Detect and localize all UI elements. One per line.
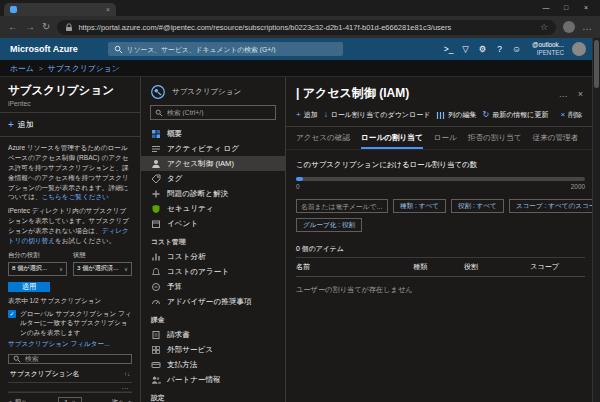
menu-item-budgets[interactable]: 予算	[141, 279, 285, 294]
column-scope[interactable]: スコープ	[530, 262, 585, 272]
group-by-chip[interactable]: グループ化 : 役割	[296, 218, 362, 232]
tab-classic-administrators[interactable]: 従来の管理者	[533, 133, 579, 149]
apply-button[interactable]: 適用	[8, 282, 50, 292]
directory-note: iPentec ディレクトリ内のサブスクリプションを表示しています。サブスクリプ…	[8, 206, 132, 246]
filter-scope-chip[interactable]: スコープ : すべてのスコープ	[509, 199, 600, 213]
tab-close-icon[interactable]: ×	[106, 6, 110, 13]
menu-item-overview[interactable]: 概要	[141, 126, 285, 141]
breadcrumb-home[interactable]: ホーム	[10, 63, 34, 74]
menu-item-events[interactable]: イベント	[141, 216, 285, 231]
cloud-shell-icon[interactable]: >_	[441, 44, 456, 54]
refresh-button[interactable]: ↻ 最新の情報に更新	[482, 110, 548, 120]
global-search-input[interactable]	[127, 46, 337, 53]
tab-role-assignments[interactable]: ロールの割り当て	[361, 133, 423, 149]
column-role[interactable]: 役割	[464, 262, 530, 272]
status-dropdown[interactable]: 3 個が選択済... ∨	[73, 262, 132, 276]
edit-columns-button[interactable]: 列の編集	[436, 110, 476, 120]
browser-profile-avatar[interactable]	[563, 21, 575, 33]
page-scrollbar[interactable]	[592, 38, 600, 402]
column-type[interactable]: 種類	[413, 262, 464, 272]
cost-alerts-icon	[151, 267, 161, 277]
filter-labels: 自分の役割 状態	[8, 251, 132, 260]
feedback-smiley-icon[interactable]: ☺	[509, 44, 524, 54]
menu-item-cost-alerts[interactable]: コストのアラート	[141, 264, 285, 279]
refresh-icon: ↻	[482, 111, 489, 119]
blade-more-options-icon[interactable]: …	[559, 89, 568, 99]
settings-gear-icon[interactable]: ⚙	[475, 44, 490, 54]
tab-favicon	[10, 6, 17, 13]
tab-deny-assignments[interactable]: 拒否の割り当て	[468, 133, 522, 149]
subscription-search[interactable]	[8, 354, 132, 364]
status-label: 状態	[73, 251, 132, 260]
favorite-star-icon[interactable]: ☆	[540, 22, 548, 32]
address-bar[interactable]: https://portal.azure.com/#@ipentec.com/r…	[57, 20, 556, 35]
menu-search[interactable]	[150, 105, 276, 120]
subscription-search-input[interactable]	[25, 355, 127, 362]
scrollbar-thumb[interactable]	[594, 40, 599, 88]
azure-brand[interactable]: Microsoft Azure	[10, 44, 78, 54]
search-icon	[13, 355, 21, 363]
menu-item-advisor-recommendations[interactable]: アドバイザーの推奨事項	[141, 294, 285, 309]
subscription-row[interactable]: …	[8, 383, 132, 392]
menu-item-security[interactable]: セキュリティ	[141, 201, 285, 216]
subscription-filter-link[interactable]: サブスクリプション フィルター...	[8, 340, 132, 349]
menu-item-diagnose-solve[interactable]: 問題の診断と解決	[141, 186, 285, 201]
refresh-icon[interactable]: ↻	[42, 22, 50, 32]
tab-check-access[interactable]: アクセスの確認	[296, 133, 350, 149]
menu-item-tags[interactable]: タグ	[141, 171, 285, 186]
breadcrumb-separator: >	[39, 65, 43, 72]
add-role-assignment-button[interactable]: + 追加	[296, 110, 318, 120]
scale-max: 2000	[571, 183, 585, 190]
menu-item-external-services[interactable]: 外部サービス	[141, 342, 285, 357]
my-role-dropdown[interactable]: 8 個が選択... ∨	[8, 262, 67, 276]
filter-type-chip[interactable]: 種類 : すべて	[393, 199, 446, 213]
activity-log-icon	[151, 144, 161, 154]
delete-button[interactable]: × 削除	[561, 110, 583, 120]
account-info[interactable]: @outlook... IPENTEC	[532, 41, 564, 57]
directory-filter-icon[interactable]: ▽	[458, 44, 473, 54]
breadcrumb-current[interactable]: サブスクリプション	[48, 63, 120, 74]
assignment-search[interactable]	[296, 199, 388, 213]
menu-item-invoices[interactable]: 請求書	[141, 327, 285, 342]
assignment-search-input[interactable]	[301, 203, 383, 210]
add-subscription-button[interactable]: + 追加	[8, 119, 132, 130]
browser-tab[interactable]: ×	[4, 3, 116, 16]
browser-menu-icon[interactable]: …	[582, 22, 592, 32]
window-close-button[interactable]: ×	[576, 1, 596, 15]
subscription-icon	[150, 84, 166, 100]
window-maximize-button[interactable]: □	[556, 1, 576, 15]
menu-item-payment-methods[interactable]: 支払方法	[141, 357, 285, 372]
events-icon	[151, 219, 161, 229]
menu-item-activity-log[interactable]: アクティビティ ログ	[141, 141, 285, 156]
page-select[interactable]: 1 ∨	[58, 397, 82, 402]
prev-page-button[interactable]: < 前へ	[8, 398, 28, 402]
learn-more-link[interactable]: こちらをご覧ください	[42, 193, 109, 200]
global-filter-checkbox[interactable]: ✓	[8, 310, 16, 318]
azure-header-icons: >_ ▽ ⚙ ? ☺	[441, 44, 524, 54]
filter-role-chip[interactable]: 役割 : すべて	[451, 199, 504, 213]
window-minimize-button[interactable]: —	[536, 1, 556, 15]
assignments-table-header: 名前 種類 役割 スコープ	[296, 257, 585, 277]
menu-item-partner-information[interactable]: パートナー情報	[141, 372, 285, 387]
subscription-menu-blade: サブスクリプション 概要 アクティビティ ログ アクセス制御 (IAM)	[141, 77, 286, 402]
global-search[interactable]	[108, 42, 343, 56]
name-column-header[interactable]: サブスクリプション名 ↑↓	[8, 366, 132, 383]
column-name[interactable]: 名前	[296, 262, 413, 272]
menu-search-input[interactable]	[167, 109, 271, 116]
access-control-blade: | アクセス制御 (IAM) … × + 追加 ↓ ロール割り当てのダウンロード…	[286, 77, 600, 402]
row-context-menu-icon[interactable]: …	[119, 383, 132, 391]
menu-item-access-control-iam[interactable]: アクセス制御 (IAM)	[141, 156, 285, 171]
blade-close-icon[interactable]: ×	[578, 89, 583, 99]
subscriptions-blade-title: サブスクリプション	[8, 83, 132, 98]
empty-message: ユーザーの割り当てが存在しません	[296, 277, 585, 303]
help-icon[interactable]: ?	[492, 44, 507, 54]
portal-content: サブスクリプション iPentec + 追加 Azure リソースを管理するため…	[0, 76, 600, 402]
tab-roles[interactable]: ロール	[434, 133, 457, 149]
back-icon[interactable]: ←	[8, 22, 18, 32]
next-page-button[interactable]: 次へ >	[112, 398, 132, 402]
download-role-assignments-button[interactable]: ↓ ロール割り当てのダウンロード	[324, 110, 431, 120]
forward-icon[interactable]: →	[25, 22, 35, 32]
window-controls: — □ ×	[536, 1, 596, 15]
account-avatar[interactable]	[572, 42, 586, 56]
menu-item-cost-analysis[interactable]: コスト分析	[141, 249, 285, 264]
